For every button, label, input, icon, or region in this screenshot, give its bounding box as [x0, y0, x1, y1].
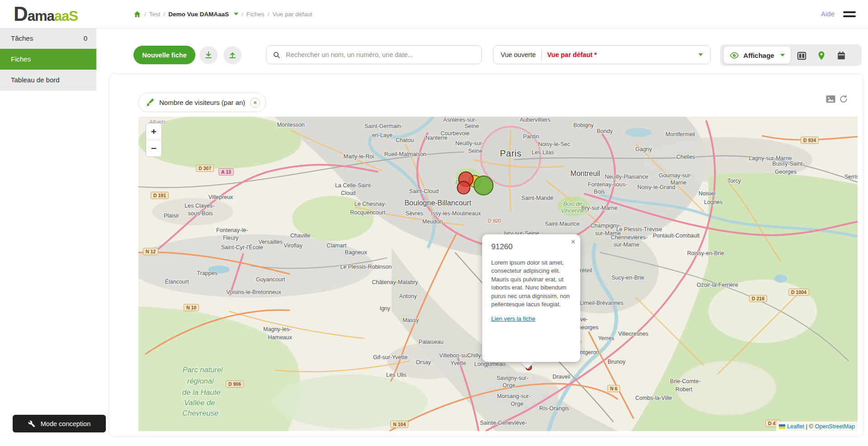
- map-town-label: Longjumeau: [474, 361, 506, 367]
- map-town-label: Pontault-Combault: [653, 232, 700, 239]
- map-town-label: Sainte-Geneviève-: [480, 420, 527, 426]
- map-town-label: Bagneux: [345, 249, 367, 256]
- map-town-label: La Celle-Saint-: [335, 182, 373, 189]
- map-town-label: Ris-Orangis: [539, 405, 569, 412]
- map-town-label: Paris: [500, 148, 522, 159]
- map-town-label: Bobigny: [573, 122, 593, 128]
- zoom-in-button[interactable]: +: [146, 123, 161, 140]
- open-view-select[interactable]: Vue ouverte Vue par défaut *: [493, 45, 711, 64]
- map-town-label: Pantin: [523, 133, 539, 140]
- map-town-label: sur-Marne: [614, 242, 640, 248]
- popup-close-icon[interactable]: ×: [571, 238, 575, 246]
- divider: [541, 49, 542, 60]
- download-button[interactable]: [199, 46, 218, 64]
- map-attribution: Leaflet | © OpenStreetMap: [776, 422, 858, 431]
- popup-title: 91260: [491, 242, 570, 251]
- map-town-label: Rocquencourt: [350, 209, 385, 216]
- map-town-label: Chevreuse: [182, 409, 218, 418]
- popup-record-link[interactable]: Lien vers la fiche: [491, 315, 536, 322]
- breadcrumb-separator: /: [144, 11, 146, 18]
- design-mode-button[interactable]: Mode conception: [13, 415, 106, 432]
- sidebar-item-label: Tableau de bord: [11, 76, 60, 84]
- sidebar-item-tableau-de-bord[interactable]: Tableau de bord: [0, 70, 96, 90]
- eye-icon: [730, 51, 739, 60]
- columns-view-button[interactable]: [796, 50, 807, 61]
- map-town-label: Bondy: [597, 128, 612, 134]
- breadcrumb-item[interactable]: Vue par défaut: [272, 11, 312, 18]
- download-icon: [204, 51, 213, 60]
- map-town-label: Neuilly-Plaisance: [605, 174, 648, 180]
- map-town-label: Combs-la-Ville: [635, 395, 672, 401]
- map-town-label: Versailles: [258, 239, 283, 245]
- map-town-label: Orge: [503, 382, 515, 389]
- map-town-label: Ozoir-la-Ferrière: [697, 282, 738, 288]
- search-icon: [273, 51, 280, 59]
- refresh-icon[interactable]: [839, 95, 848, 104]
- map-town-label: Gournay-sur-: [659, 172, 692, 179]
- map-town-label: Seine: [468, 148, 483, 154]
- map-town-label: Orsay: [416, 359, 431, 365]
- map-town-label: Limeil-Brévannes: [580, 300, 624, 306]
- map-town-label: Chelles: [676, 154, 695, 160]
- map-town-label: Les Ulis: [386, 372, 406, 378]
- map-town-label: Bois de: [563, 201, 582, 207]
- chevron-down-icon: [698, 53, 703, 56]
- breadcrumb-item[interactable]: Test: [149, 11, 161, 18]
- breadcrumb-items: /Test/Demo Vue DAMAaaS/Fiches/Vue par dé…: [144, 11, 312, 18]
- display-button[interactable]: Affichage: [724, 47, 791, 64]
- app-logo[interactable]: DamaaaS: [14, 3, 78, 25]
- breadcrumb: /Test/Demo Vue DAMAaaS/Fiches/Vue par dé…: [133, 0, 312, 28]
- leaflet-link[interactable]: Leaflet: [787, 423, 804, 430]
- osm-link[interactable]: OpenStreetMap: [815, 423, 855, 430]
- map-town-label: Montfermeil: [665, 131, 695, 138]
- new-record-button[interactable]: Nouvelle fiche: [133, 46, 195, 64]
- menu-icon[interactable]: [843, 11, 856, 19]
- chip-label: Nombre de visiteurs (par an): [159, 99, 245, 106]
- map-town-label: Noisy-le-Sec: [538, 141, 570, 147]
- road-badge: A 13: [218, 168, 234, 176]
- map-cluster-marker-red[interactable]: [457, 181, 470, 195]
- color-rule-chip[interactable]: Nombre de visiteurs (par an) ×: [138, 93, 266, 112]
- map-town-label: Brunoy: [607, 359, 626, 365]
- breadcrumb-item[interactable]: Fiches: [247, 11, 265, 18]
- road-badge: D 1004: [788, 289, 809, 296]
- map-town-label: Bry-sur-Marne: [581, 205, 617, 211]
- wrench-icon: [28, 420, 35, 427]
- chevron-down-icon[interactable]: [234, 13, 238, 15]
- breadcrumb-separator: /: [268, 11, 270, 18]
- export-image-icon[interactable]: [826, 95, 835, 104]
- leaflet-map[interactable]: AlluetsAsnières-sur-SeineAubervilliersBo…: [138, 117, 858, 431]
- map-town-label: Boulogne-Billancourt: [404, 199, 471, 207]
- zoom-out-button[interactable]: −: [146, 140, 161, 157]
- sidebar-item-t-ches[interactable]: Tâches0: [0, 28, 96, 49]
- top-header: DamaaaS /Test/Demo Vue DAMAaaS/Fiches/Vu…: [0, 0, 868, 28]
- map-town-label: Chennevières-: [611, 234, 647, 241]
- map-view-button[interactable]: [816, 50, 827, 61]
- home-icon[interactable]: [133, 10, 141, 18]
- calendar-icon: [836, 51, 846, 61]
- map-town-label: Fontenay-le-: [216, 227, 248, 233]
- map-town-label: Noisy-le-Grand: [637, 184, 675, 190]
- popup-body: Lorem ipsum dolor sit amet, consectetur …: [491, 259, 570, 309]
- map-town-label: Issy-les-Moulineaux: [431, 210, 481, 217]
- help-link[interactable]: Aide: [821, 10, 835, 18]
- upload-button[interactable]: [223, 46, 242, 64]
- map-town-label: Les Clayes-: [185, 203, 214, 209]
- chip-close-icon[interactable]: ×: [250, 98, 260, 108]
- calendar-view-button[interactable]: [836, 50, 847, 61]
- map-town-label: Chaville: [290, 232, 310, 239]
- breadcrumb-separator: /: [164, 11, 166, 18]
- map-town-label: Fontenay-sous-: [588, 181, 627, 188]
- map-cluster-marker-green[interactable]: [474, 176, 493, 195]
- attribution-separator: | ©: [806, 423, 813, 430]
- breadcrumb-item[interactable]: Demo Vue DAMAaaS: [168, 11, 229, 18]
- sidebar-item-fiches[interactable]: Fiches: [0, 49, 96, 70]
- map-town-label: D 920: [488, 218, 501, 223]
- map-town-label: Roissy-en-Brie: [687, 250, 724, 256]
- map-town-label: Marly-le-Roi: [343, 153, 374, 160]
- map-town-label: Fleury: [223, 235, 239, 241]
- map-town-label: Le Chesnay-: [355, 201, 387, 207]
- map-town-label: Nanterre: [426, 135, 448, 141]
- search-input[interactable]: [285, 51, 481, 59]
- map-town-label: sous-Bois: [188, 210, 213, 217]
